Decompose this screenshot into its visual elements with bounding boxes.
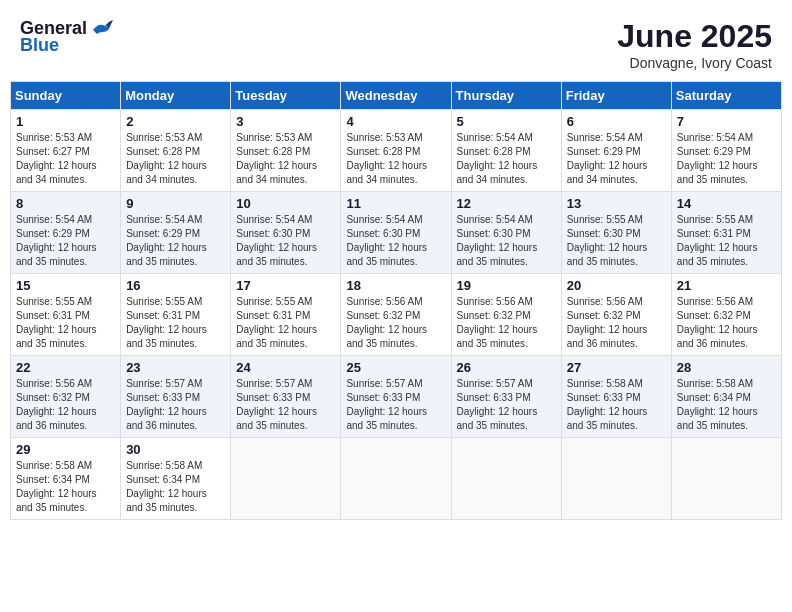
day-number: 11 <box>346 196 445 211</box>
calendar-cell: 6 Sunrise: 5:54 AM Sunset: 6:29 PM Dayli… <box>561 110 671 192</box>
calendar-cell: 29 Sunrise: 5:58 AM Sunset: 6:34 PM Dayl… <box>11 438 121 520</box>
day-info: Sunrise: 5:54 AM Sunset: 6:29 PM Dayligh… <box>567 131 666 187</box>
day-info: Sunrise: 5:56 AM Sunset: 6:32 PM Dayligh… <box>16 377 115 433</box>
day-number: 10 <box>236 196 335 211</box>
calendar-cell: 2 Sunrise: 5:53 AM Sunset: 6:28 PM Dayli… <box>121 110 231 192</box>
day-number: 19 <box>457 278 556 293</box>
calendar-cell: 21 Sunrise: 5:56 AM Sunset: 6:32 PM Dayl… <box>671 274 781 356</box>
day-info: Sunrise: 5:54 AM Sunset: 6:29 PM Dayligh… <box>677 131 776 187</box>
logo-bird-icon <box>91 20 113 38</box>
calendar-week-row: 29 Sunrise: 5:58 AM Sunset: 6:34 PM Dayl… <box>11 438 782 520</box>
day-number: 22 <box>16 360 115 375</box>
day-number: 17 <box>236 278 335 293</box>
calendar-week-row: 1 Sunrise: 5:53 AM Sunset: 6:27 PM Dayli… <box>11 110 782 192</box>
day-number: 12 <box>457 196 556 211</box>
day-info: Sunrise: 5:56 AM Sunset: 6:32 PM Dayligh… <box>457 295 556 351</box>
calendar-cell <box>451 438 561 520</box>
day-info: Sunrise: 5:57 AM Sunset: 6:33 PM Dayligh… <box>457 377 556 433</box>
calendar-cell: 3 Sunrise: 5:53 AM Sunset: 6:28 PM Dayli… <box>231 110 341 192</box>
day-number: 13 <box>567 196 666 211</box>
header-sunday: Sunday <box>11 82 121 110</box>
calendar-cell: 22 Sunrise: 5:56 AM Sunset: 6:32 PM Dayl… <box>11 356 121 438</box>
calendar-cell: 5 Sunrise: 5:54 AM Sunset: 6:28 PM Dayli… <box>451 110 561 192</box>
day-number: 18 <box>346 278 445 293</box>
day-info: Sunrise: 5:55 AM Sunset: 6:31 PM Dayligh… <box>677 213 776 269</box>
calendar-table: Sunday Monday Tuesday Wednesday Thursday… <box>10 81 782 520</box>
day-info: Sunrise: 5:56 AM Sunset: 6:32 PM Dayligh… <box>346 295 445 351</box>
calendar-cell: 8 Sunrise: 5:54 AM Sunset: 6:29 PM Dayli… <box>11 192 121 274</box>
header-friday: Friday <box>561 82 671 110</box>
calendar-cell: 15 Sunrise: 5:55 AM Sunset: 6:31 PM Dayl… <box>11 274 121 356</box>
day-number: 27 <box>567 360 666 375</box>
calendar-cell: 1 Sunrise: 5:53 AM Sunset: 6:27 PM Dayli… <box>11 110 121 192</box>
calendar-cell: 12 Sunrise: 5:54 AM Sunset: 6:30 PM Dayl… <box>451 192 561 274</box>
day-info: Sunrise: 5:55 AM Sunset: 6:31 PM Dayligh… <box>126 295 225 351</box>
location-text: Donvagne, Ivory Coast <box>617 55 772 71</box>
calendar-cell: 11 Sunrise: 5:54 AM Sunset: 6:30 PM Dayl… <box>341 192 451 274</box>
header-monday: Monday <box>121 82 231 110</box>
calendar-cell: 20 Sunrise: 5:56 AM Sunset: 6:32 PM Dayl… <box>561 274 671 356</box>
day-info: Sunrise: 5:57 AM Sunset: 6:33 PM Dayligh… <box>346 377 445 433</box>
calendar-cell: 4 Sunrise: 5:53 AM Sunset: 6:28 PM Dayli… <box>341 110 451 192</box>
day-number: 15 <box>16 278 115 293</box>
calendar-cell: 17 Sunrise: 5:55 AM Sunset: 6:31 PM Dayl… <box>231 274 341 356</box>
day-number: 26 <box>457 360 556 375</box>
day-info: Sunrise: 5:54 AM Sunset: 6:29 PM Dayligh… <box>126 213 225 269</box>
calendar-cell <box>341 438 451 520</box>
day-number: 25 <box>346 360 445 375</box>
title-block: June 2025 Donvagne, Ivory Coast <box>617 18 772 71</box>
day-number: 9 <box>126 196 225 211</box>
day-info: Sunrise: 5:55 AM Sunset: 6:31 PM Dayligh… <box>236 295 335 351</box>
day-number: 8 <box>16 196 115 211</box>
calendar-cell: 30 Sunrise: 5:58 AM Sunset: 6:34 PM Dayl… <box>121 438 231 520</box>
calendar-cell: 9 Sunrise: 5:54 AM Sunset: 6:29 PM Dayli… <box>121 192 231 274</box>
day-info: Sunrise: 5:54 AM Sunset: 6:30 PM Dayligh… <box>236 213 335 269</box>
calendar-cell: 28 Sunrise: 5:58 AM Sunset: 6:34 PM Dayl… <box>671 356 781 438</box>
day-number: 3 <box>236 114 335 129</box>
page-header: General Blue June 2025 Donvagne, Ivory C… <box>10 10 782 75</box>
calendar-cell: 19 Sunrise: 5:56 AM Sunset: 6:32 PM Dayl… <box>451 274 561 356</box>
logo: General Blue <box>20 18 113 56</box>
header-wednesday: Wednesday <box>341 82 451 110</box>
month-title: June 2025 <box>617 18 772 55</box>
calendar-cell: 10 Sunrise: 5:54 AM Sunset: 6:30 PM Dayl… <box>231 192 341 274</box>
day-number: 28 <box>677 360 776 375</box>
day-number: 29 <box>16 442 115 457</box>
calendar-cell <box>671 438 781 520</box>
day-number: 23 <box>126 360 225 375</box>
calendar-cell <box>231 438 341 520</box>
header-saturday: Saturday <box>671 82 781 110</box>
day-number: 2 <box>126 114 225 129</box>
logo-blue-text: Blue <box>20 35 59 56</box>
day-info: Sunrise: 5:55 AM Sunset: 6:31 PM Dayligh… <box>16 295 115 351</box>
day-info: Sunrise: 5:55 AM Sunset: 6:30 PM Dayligh… <box>567 213 666 269</box>
day-info: Sunrise: 5:53 AM Sunset: 6:28 PM Dayligh… <box>126 131 225 187</box>
day-number: 5 <box>457 114 556 129</box>
calendar-week-row: 22 Sunrise: 5:56 AM Sunset: 6:32 PM Dayl… <box>11 356 782 438</box>
day-info: Sunrise: 5:56 AM Sunset: 6:32 PM Dayligh… <box>677 295 776 351</box>
day-info: Sunrise: 5:54 AM Sunset: 6:29 PM Dayligh… <box>16 213 115 269</box>
calendar-cell: 26 Sunrise: 5:57 AM Sunset: 6:33 PM Dayl… <box>451 356 561 438</box>
day-info: Sunrise: 5:53 AM Sunset: 6:28 PM Dayligh… <box>236 131 335 187</box>
day-info: Sunrise: 5:53 AM Sunset: 6:28 PM Dayligh… <box>346 131 445 187</box>
day-number: 14 <box>677 196 776 211</box>
calendar-cell: 18 Sunrise: 5:56 AM Sunset: 6:32 PM Dayl… <box>341 274 451 356</box>
day-number: 30 <box>126 442 225 457</box>
day-number: 20 <box>567 278 666 293</box>
calendar-cell: 27 Sunrise: 5:58 AM Sunset: 6:33 PM Dayl… <box>561 356 671 438</box>
calendar-week-row: 15 Sunrise: 5:55 AM Sunset: 6:31 PM Dayl… <box>11 274 782 356</box>
calendar-cell: 23 Sunrise: 5:57 AM Sunset: 6:33 PM Dayl… <box>121 356 231 438</box>
day-info: Sunrise: 5:56 AM Sunset: 6:32 PM Dayligh… <box>567 295 666 351</box>
calendar-cell <box>561 438 671 520</box>
day-number: 1 <box>16 114 115 129</box>
day-info: Sunrise: 5:54 AM Sunset: 6:28 PM Dayligh… <box>457 131 556 187</box>
calendar-cell: 16 Sunrise: 5:55 AM Sunset: 6:31 PM Dayl… <box>121 274 231 356</box>
day-info: Sunrise: 5:57 AM Sunset: 6:33 PM Dayligh… <box>126 377 225 433</box>
day-number: 21 <box>677 278 776 293</box>
calendar-cell: 25 Sunrise: 5:57 AM Sunset: 6:33 PM Dayl… <box>341 356 451 438</box>
day-info: Sunrise: 5:54 AM Sunset: 6:30 PM Dayligh… <box>457 213 556 269</box>
day-info: Sunrise: 5:54 AM Sunset: 6:30 PM Dayligh… <box>346 213 445 269</box>
day-info: Sunrise: 5:58 AM Sunset: 6:34 PM Dayligh… <box>126 459 225 515</box>
day-info: Sunrise: 5:57 AM Sunset: 6:33 PM Dayligh… <box>236 377 335 433</box>
calendar-cell: 14 Sunrise: 5:55 AM Sunset: 6:31 PM Dayl… <box>671 192 781 274</box>
